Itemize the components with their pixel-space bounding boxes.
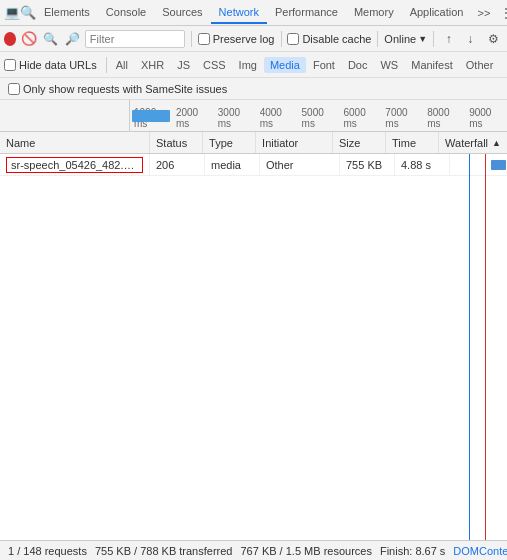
filter-type-media[interactable]: Media [264, 57, 306, 73]
samesite-checkbox[interactable] [8, 83, 20, 95]
settings-gear-icon[interactable]: ⚙ [483, 29, 503, 49]
timeline-tick: 8000 ms [423, 107, 465, 129]
transferred-size: 755 KB / 788 KB transferred [95, 545, 233, 557]
status-bar: 1 / 148 requests 755 KB / 788 KB transfe… [0, 540, 507, 560]
timeline-left-spacer [0, 100, 130, 131]
requests-count: 1 / 148 requests [8, 545, 87, 557]
tab-elements[interactable]: Elements [36, 2, 98, 24]
filter-type-css[interactable]: CSS [197, 57, 232, 73]
table-header: Name Status Type Initiator Size Time Wat… [0, 132, 507, 154]
td-name: sr-speech_05426_482.mp4 [0, 154, 150, 175]
timeline-tick: 4000 ms [256, 107, 298, 129]
disable-cache-checkbox-label[interactable]: Disable cache [287, 33, 371, 45]
tab-console[interactable]: Console [98, 2, 154, 24]
tab-overflow[interactable]: >> [471, 3, 496, 23]
filter-type-other[interactable]: Other [460, 57, 500, 73]
filter-type-font[interactable]: Font [307, 57, 341, 73]
vertical-dots-icon[interactable]: ⋮ [496, 3, 507, 23]
separator-4 [433, 31, 434, 47]
separator-ft [106, 57, 107, 73]
preserve-log-checkbox-label[interactable]: Preserve log [198, 33, 275, 45]
separator-2 [281, 31, 282, 47]
tab-bar: 💻 🔍 Elements Console Sources Network Per… [0, 0, 507, 26]
import-button[interactable]: ↑ [440, 29, 458, 49]
blue-vertical-line [469, 154, 470, 540]
filter-type-doc[interactable]: Doc [342, 57, 374, 73]
tab-sources[interactable]: Sources [154, 2, 210, 24]
th-time[interactable]: Time [386, 132, 439, 153]
td-status: 206 [150, 154, 205, 175]
table-body: sr-speech_05426_482.mp4 206 media Other … [0, 154, 507, 540]
filter-type-xhr[interactable]: XHR [135, 57, 170, 73]
timeline-tick: 3000 ms [214, 107, 256, 129]
timeline-tick: 9000 ms [465, 107, 507, 129]
search-icon[interactable]: 🔎 [63, 29, 81, 49]
th-waterfall[interactable]: Waterfall ▲ [439, 132, 507, 153]
tab-application[interactable]: Application [402, 2, 472, 24]
filter-type-manifest[interactable]: Manifest [405, 57, 459, 73]
td-waterfall [450, 154, 507, 175]
dom-content-loaded[interactable]: DOMContentLoaded: 2.05 s [453, 545, 507, 557]
samesite-label[interactable]: Only show requests with SameSite issues [8, 83, 227, 95]
network-table: Name Status Type Initiator Size Time Wat… [0, 132, 507, 540]
separator-1 [191, 31, 192, 47]
finish-time: Finish: 8.67 s [380, 545, 445, 557]
filter-type-all[interactable]: All [110, 57, 134, 73]
vertical-lines-overlay [495, 154, 507, 540]
network-toolbar: 🚫 🔍 🔎 Preserve log Disable cache Online … [0, 26, 507, 52]
filter-input[interactable] [85, 30, 185, 48]
th-initiator[interactable]: Initiator [256, 132, 333, 153]
th-type[interactable]: Type [203, 132, 256, 153]
td-initiator: Other [260, 154, 340, 175]
inspect-icon[interactable]: 🔍 [20, 3, 36, 23]
preserve-log-checkbox[interactable] [198, 33, 210, 45]
tab-performance[interactable]: Performance [267, 2, 346, 24]
filename-label: sr-speech_05426_482.mp4 [6, 157, 143, 173]
timeline-tick: 7000 ms [381, 107, 423, 129]
hide-data-urls-label[interactable]: Hide data URLs [4, 59, 97, 71]
filter-type-img[interactable]: Img [233, 57, 263, 73]
toolbar-right-gear: ⚙ [483, 29, 503, 49]
clear-button[interactable]: 🚫 [20, 29, 38, 49]
timeline-tick: 2000 ms [172, 107, 214, 129]
filter-type-bar: Hide data URLs All XHR JS CSS Img Media … [0, 52, 507, 78]
th-size[interactable]: Size [333, 132, 386, 153]
filter-type-ws[interactable]: WS [374, 57, 404, 73]
resources-size: 767 KB / 1.5 MB resources [240, 545, 371, 557]
export-button[interactable]: ↓ [461, 29, 479, 49]
filter-icon[interactable]: 🔍 [42, 29, 60, 49]
td-size: 755 KB [340, 154, 395, 175]
td-type: media [205, 154, 260, 175]
timeline-tick: 5000 ms [298, 107, 340, 129]
td-time: 4.88 s [395, 154, 450, 175]
waterfall-bar [491, 160, 506, 170]
separator-3 [377, 31, 378, 47]
tab-network[interactable]: Network [211, 2, 267, 24]
timeline-traffic-bar [132, 110, 170, 122]
timeline-tick: 6000 ms [339, 107, 381, 129]
disable-cache-checkbox[interactable] [287, 33, 299, 45]
red-vertical-line [485, 154, 486, 540]
th-status[interactable]: Status [150, 132, 203, 153]
online-select[interactable]: Online ▼ [384, 33, 427, 45]
hide-data-urls-checkbox[interactable] [4, 59, 16, 71]
samesite-row: Only show requests with SameSite issues [0, 78, 507, 100]
device-icon[interactable]: 💻 [4, 3, 20, 23]
table-row[interactable]: sr-speech_05426_482.mp4 206 media Other … [0, 154, 507, 176]
record-button[interactable] [4, 32, 16, 46]
th-name[interactable]: Name [0, 132, 150, 153]
timeline-right: 1000 ms2000 ms3000 ms4000 ms5000 ms6000 … [130, 100, 507, 131]
filter-type-js[interactable]: JS [171, 57, 196, 73]
toolbar-right: ⋮ ✕ [496, 3, 507, 23]
tab-memory[interactable]: Memory [346, 2, 402, 24]
timeline-header: 1000 ms2000 ms3000 ms4000 ms5000 ms6000 … [0, 100, 507, 132]
timeline-ticks: 1000 ms2000 ms3000 ms4000 ms5000 ms6000 … [130, 100, 507, 131]
